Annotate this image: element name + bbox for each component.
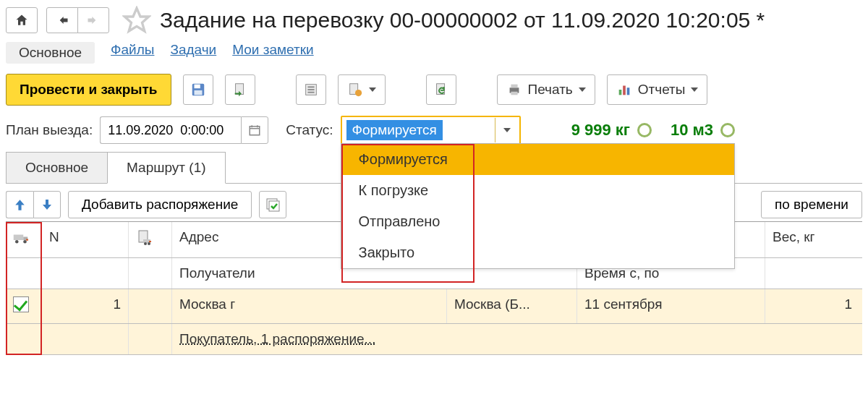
save-icon [190, 82, 206, 98]
arrow-right-icon [86, 13, 101, 27]
forward-button[interactable] [77, 7, 109, 33]
col-n[interactable]: N [42, 222, 129, 257]
back-button[interactable] [46, 7, 78, 33]
status-dropdown[interactable]: Формируется Формируется К погрузке Отпра… [341, 116, 521, 145]
post-button[interactable] [225, 74, 255, 105]
print-label: Печать [528, 82, 573, 98]
arrow-left-icon [55, 13, 69, 27]
table-row[interactable]: 1 Москва г Москва (Б... 11 сентября 1 [6, 289, 862, 324]
list-icon [303, 82, 319, 98]
svg-point-32 [148, 242, 150, 245]
svg-point-10 [355, 90, 362, 96]
section-nav: Основное Файлы Задачи Мои заметки [6, 42, 862, 64]
svg-rect-28 [26, 239, 28, 241]
svg-rect-17 [626, 87, 629, 95]
svg-rect-33 [149, 241, 151, 242]
status-option-loading[interactable]: К погрузке [341, 175, 734, 206]
volume-metric: 10 м3 [671, 121, 735, 140]
arrow-up-icon [11, 196, 29, 214]
status-caret[interactable] [495, 118, 519, 142]
chevron-down-icon [579, 87, 586, 92]
row-address: Москва г [172, 289, 447, 323]
page-title: Задание на перевозку 00-00000002 от 11.0… [160, 8, 765, 33]
post-and-close-button[interactable]: Провести и закрыть [6, 74, 171, 106]
document-refresh-icon [433, 82, 449, 98]
section-tab-tasks[interactable]: Задачи [170, 42, 216, 64]
chart-icon [616, 82, 632, 98]
move-down-button[interactable] [33, 191, 61, 218]
tab-route[interactable]: Маршрут (1) [107, 152, 225, 184]
status-option-forming[interactable]: Формируется [341, 144, 734, 175]
weight-value: 9 999 кг [571, 121, 630, 140]
svg-rect-24 [14, 235, 24, 241]
printer-icon [506, 82, 522, 98]
row-number: 1 [42, 289, 129, 323]
reports-label: Отчеты [638, 82, 686, 98]
row-city: Москва (Б... [447, 289, 577, 323]
table-row-sub: Покупатель, 1 распоряжение... [6, 324, 862, 355]
move-up-button[interactable] [6, 191, 33, 218]
toolbar: Провести и закрыть Печать Отчеты [6, 74, 862, 106]
chevron-down-icon [503, 128, 511, 132]
chevron-down-icon [691, 87, 698, 92]
svg-rect-15 [618, 90, 621, 95]
row-date: 11 сентября [577, 289, 765, 323]
list-button[interactable] [296, 74, 326, 105]
status-dropdown-list: Формируется К погрузке Отправлено Закрыт… [341, 143, 735, 269]
col-weight[interactable]: Вес, кг [765, 222, 859, 257]
status-option-sent[interactable]: Отправлено [341, 206, 734, 237]
row-weight: 1 [765, 289, 859, 323]
arrow-down-icon [38, 196, 56, 213]
status-option-closed[interactable]: Закрыто [341, 237, 734, 268]
status-selected-value: Формируется [346, 120, 443, 140]
add-order-button[interactable]: Добавить распоряжение [68, 191, 252, 218]
print-button[interactable]: Печать [497, 74, 595, 105]
svg-marker-0 [124, 8, 148, 31]
home-button[interactable] [6, 7, 38, 33]
svg-point-31 [144, 242, 147, 245]
status-circle-icon [637, 123, 652, 137]
volume-value: 10 м3 [671, 121, 713, 140]
tab-main[interactable]: Основное [6, 152, 107, 184]
document-arrow-icon [232, 82, 248, 98]
home-icon [14, 13, 29, 27]
row-doc-cell [129, 289, 172, 323]
select-all-button[interactable] [259, 191, 286, 218]
col-doc[interactable] [129, 222, 172, 257]
create-based-on-button[interactable] [338, 74, 386, 105]
save-button[interactable] [183, 74, 213, 105]
truck-icon [13, 229, 30, 247]
favorite-star-icon[interactable] [119, 3, 154, 38]
svg-rect-3 [194, 90, 202, 95]
date-picker-button[interactable] [241, 116, 268, 144]
section-tab-main[interactable]: Основное [6, 42, 95, 64]
document-truck-icon [136, 229, 153, 247]
svg-rect-14 [511, 92, 517, 95]
document-gear-icon [347, 82, 363, 98]
svg-rect-13 [511, 85, 517, 88]
status-label: Статус: [286, 122, 333, 138]
section-tab-notes[interactable]: Мои заметки [232, 42, 313, 64]
chevron-down-icon [369, 87, 376, 92]
departure-date-input[interactable] [100, 116, 241, 144]
refresh-button[interactable] [426, 74, 456, 105]
row-check-cell[interactable] [6, 289, 42, 323]
svg-rect-18 [250, 127, 260, 135]
svg-point-26 [15, 240, 19, 244]
calendar-icon [248, 124, 261, 137]
check-icon [13, 296, 29, 312]
recipient-link[interactable]: Покупатель, 1 распоряжение... [179, 331, 375, 346]
departure-plan-label: План выезда: [6, 122, 93, 138]
svg-rect-2 [194, 85, 200, 89]
check-stack-icon [264, 196, 281, 213]
col-truck[interactable] [6, 222, 42, 257]
reports-button[interactable]: Отчеты [607, 74, 708, 105]
by-time-button[interactable]: по времени [761, 191, 862, 218]
weight-metric: 9 999 кг [571, 121, 652, 140]
svg-rect-16 [623, 86, 626, 95]
status-circle-icon [720, 123, 735, 137]
section-tab-files[interactable]: Файлы [111, 42, 154, 64]
